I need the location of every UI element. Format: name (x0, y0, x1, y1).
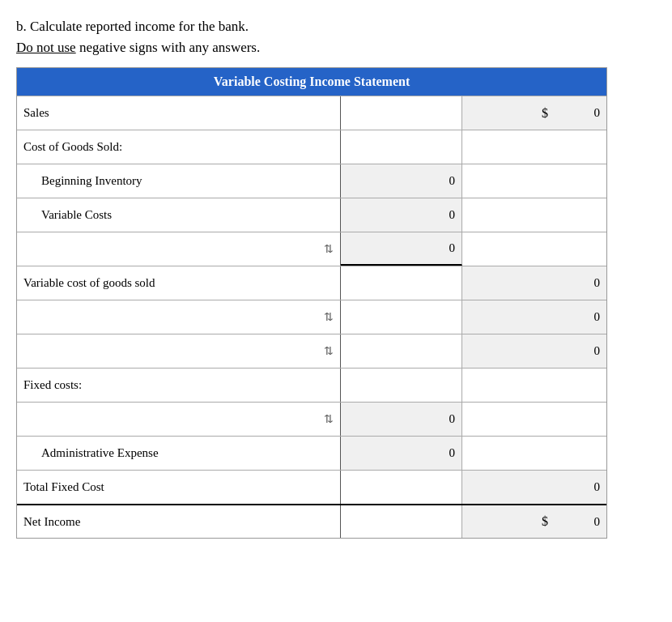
spinner-icon-spinner-row4[interactable]: ⇅ (324, 412, 334, 426)
table-row-cogs-header: Cost of Goods Sold: (17, 130, 606, 164)
mid-cell-sales (341, 96, 462, 130)
row-label-beginning-inventory: Beginning Inventory (41, 174, 142, 188)
mid-cell-spinner-row1[interactable] (341, 232, 462, 266)
mid-cell-cogs-header (341, 130, 462, 164)
mid-cell-net-income (341, 505, 462, 538)
table-row-net-income: Net Income$ (17, 504, 606, 538)
row-label-net-income: Net Income (23, 515, 80, 529)
table-row-fixed-costs-header: Fixed costs: (17, 368, 606, 402)
table-row-admin-expense: Administrative Expense (17, 436, 606, 470)
mid-input-spinner-row4[interactable] (406, 412, 455, 426)
mid-cell-variable-cogs (341, 266, 462, 300)
row-label-sales: Sales (23, 106, 49, 120)
do-not-use-text: Do not use (16, 40, 76, 55)
row-label-fixed-costs-header: Fixed costs: (23, 378, 82, 392)
income-statement-table: Variable Costing Income Statement Sales$… (16, 67, 607, 539)
table-row-total-fixed-cost: Total Fixed Cost (17, 470, 606, 504)
dollar-sign-sales: $ (542, 106, 548, 121)
right-cell-admin-expense (462, 437, 606, 470)
table-row-spinner-row3: ⇅ (17, 334, 606, 368)
right-input-sales[interactable] (551, 106, 600, 120)
mid-cell-total-fixed-cost (341, 471, 462, 504)
mid-input-spinner-row1[interactable] (406, 241, 455, 255)
right-cell-spinner-row4 (462, 403, 606, 436)
mid-cell-admin-expense[interactable] (341, 437, 462, 470)
table-row-sales: Sales$ (17, 96, 606, 130)
table-row-spinner-row1: ⇅ (17, 232, 606, 266)
instruction-line2-rest: negative signs with any answers. (76, 40, 261, 55)
mid-cell-spinner-row3 (341, 334, 462, 368)
table-row-spinner-row4: ⇅ (17, 402, 606, 436)
mid-input-admin-expense[interactable] (406, 446, 455, 460)
right-cell-beginning-inventory (462, 164, 606, 198)
right-cell-fixed-costs-header (462, 369, 606, 402)
mid-input-beginning-inventory[interactable] (406, 174, 455, 188)
mid-input-variable-costs[interactable] (406, 208, 455, 222)
mid-cell-fixed-costs-header (341, 369, 462, 402)
right-cell-total-fixed-cost[interactable] (462, 471, 606, 504)
right-input-spinner-row3[interactable] (551, 344, 600, 358)
right-cell-cogs-header (462, 130, 606, 164)
mid-cell-spinner-row4[interactable] (341, 403, 462, 436)
mid-cell-beginning-inventory[interactable] (341, 164, 462, 198)
row-label-variable-costs: Variable Costs (41, 208, 112, 222)
right-input-spinner-row2[interactable] (551, 310, 600, 324)
spinner-icon-spinner-row1[interactable]: ⇅ (324, 242, 334, 256)
right-input-net-income[interactable] (551, 515, 600, 529)
spinner-icon-spinner-row2[interactable]: ⇅ (324, 310, 334, 324)
table-row-spinner-row2: ⇅ (17, 300, 606, 334)
mid-cell-variable-costs[interactable] (341, 198, 462, 232)
row-label-cogs-header: Cost of Goods Sold: (23, 140, 122, 154)
row-label-total-fixed-cost: Total Fixed Cost (23, 480, 104, 494)
instruction-line1: b. Calculate reported income for the ban… (16, 16, 656, 37)
table-row-variable-costs: Variable Costs (17, 198, 606, 232)
table-header: Variable Costing Income Statement (17, 68, 606, 96)
mid-cell-spinner-row2 (341, 300, 462, 334)
right-cell-spinner-row2[interactable] (462, 300, 606, 334)
spinner-icon-spinner-row3[interactable]: ⇅ (324, 344, 334, 358)
instruction-line2: Do not use negative signs with any answe… (16, 37, 656, 58)
row-label-admin-expense: Administrative Expense (41, 446, 159, 460)
right-cell-spinner-row3[interactable] (462, 334, 606, 368)
row-label-variable-cogs: Variable cost of goods sold (23, 276, 155, 290)
right-cell-net-income[interactable]: $ (462, 505, 606, 538)
right-input-variable-cogs[interactable] (551, 276, 600, 290)
right-cell-sales[interactable]: $ (462, 96, 606, 130)
right-input-total-fixed-cost[interactable] (551, 480, 600, 494)
right-cell-variable-cogs[interactable] (462, 266, 606, 300)
dollar-sign-net-income: $ (542, 514, 548, 529)
table-row-variable-cogs: Variable cost of goods sold (17, 266, 606, 300)
right-cell-spinner-row1 (462, 232, 606, 266)
instructions: b. Calculate reported income for the ban… (16, 16, 656, 58)
table-row-beginning-inventory: Beginning Inventory (17, 164, 606, 198)
right-cell-variable-costs (462, 198, 606, 232)
